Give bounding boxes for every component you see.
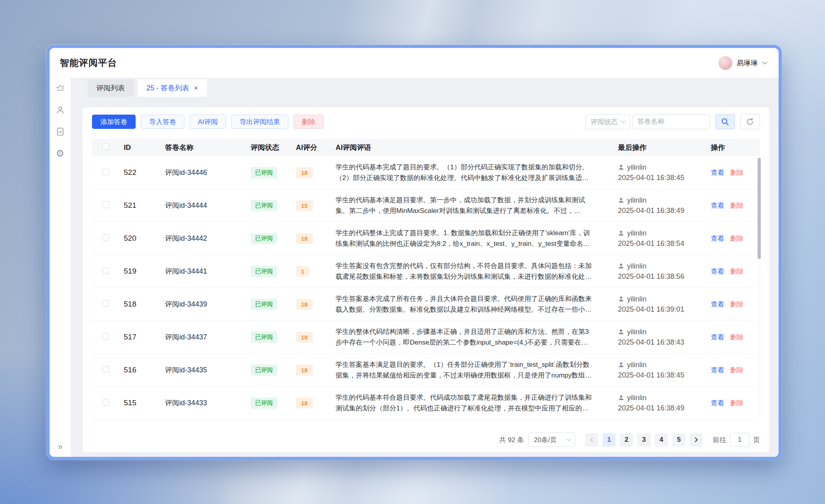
row-checkbox[interactable]	[102, 399, 109, 406]
row-last-operation: yilinlin 2025-04-01 16:38:49	[608, 196, 701, 215]
ai-review-button[interactable]: AI评阅	[190, 115, 226, 129]
row-name: 评阅id-34437	[155, 332, 241, 342]
gear-icon[interactable]: ⚙	[55, 148, 65, 159]
row-name: 评阅id-34442	[155, 234, 241, 243]
score-badge: 18	[296, 167, 313, 178]
row-comment: 学生的代码基本满足题目要求。第一步中，成功加载了数据，并划分成训练集和测试集。第…	[326, 195, 608, 216]
row-checkbox[interactable]	[102, 169, 109, 175]
tab-review-list[interactable]: 评阅列表	[88, 79, 134, 97]
chevron-right-icon	[695, 437, 698, 443]
status-badge: 已评阅	[251, 200, 277, 211]
row-checkbox[interactable]	[102, 300, 109, 307]
col-last-op: 最后操作	[608, 143, 701, 152]
col-id: ID	[114, 144, 155, 152]
status-badge: 已评阅	[251, 233, 277, 244]
view-link[interactable]: 查看	[711, 234, 724, 243]
operator-name: yilinlin	[627, 394, 647, 402]
content-area: 评阅列表 25 - 答卷列表 × 添加答卷 导入答卷 AI评阅 导出评阅结果 删…	[71, 78, 779, 457]
row-checkbox[interactable]	[102, 333, 109, 340]
table-row: 518 评阅id-34439 已评阅 18 学生答案基本完成了所有任务，并且大体…	[92, 288, 760, 321]
main-panel: 添加答卷 导入答卷 AI评阅 导出评阅结果 删除 评阅状态	[82, 107, 769, 452]
operation-time: 2025-04-01 16:38:43	[618, 338, 701, 347]
app-title: 智能评阅平台	[60, 57, 117, 69]
score-badge: 1	[296, 266, 309, 277]
prev-page-button[interactable]	[585, 433, 598, 447]
export-result-button[interactable]: 导出评阅结果	[231, 115, 288, 129]
operator-icon	[618, 395, 624, 401]
checklist-icon[interactable]	[55, 83, 65, 93]
user-icon[interactable]	[55, 105, 65, 115]
table-body: 522 评阅id-34446 已评阅 18 学生的代码基本完成了题目的要求。（1…	[92, 156, 760, 420]
goto-page-input[interactable]	[730, 433, 750, 447]
next-page-button[interactable]	[690, 433, 703, 447]
page-size-select[interactable]: 20条/页	[528, 433, 575, 447]
status-badge: 已评阅	[251, 299, 277, 310]
delete-link[interactable]: 删除	[730, 333, 744, 342]
close-icon[interactable]: ×	[194, 84, 198, 92]
user-menu[interactable]: 易琳琳	[718, 56, 767, 70]
row-comment: 学生答案基本满足题目的要求。（1）任务部分正确使用了`train_test_sp…	[326, 359, 608, 381]
view-link[interactable]: 查看	[711, 300, 724, 309]
view-link[interactable]: 查看	[711, 333, 724, 342]
chevron-down-icon	[621, 120, 626, 123]
search-icon	[721, 117, 729, 126]
score-badge: 18	[296, 332, 313, 343]
vertical-scrollbar[interactable]	[758, 157, 761, 419]
delete-link[interactable]: 删除	[730, 267, 744, 276]
row-checkbox[interactable]	[102, 201, 109, 208]
view-link[interactable]: 查看	[711, 399, 724, 408]
sidebar-expand-icon[interactable]: »	[50, 442, 71, 452]
col-status: 评阅状态	[241, 143, 286, 152]
select-all-checkbox[interactable]	[102, 143, 109, 150]
tab-answer-list[interactable]: 25 - 答卷列表 ×	[138, 79, 207, 97]
row-checkbox[interactable]	[102, 267, 109, 274]
page-button-2[interactable]: 2	[620, 433, 633, 447]
row-checkbox[interactable]	[102, 366, 109, 373]
row-name: 评阅id-34433	[155, 398, 241, 408]
operation-time: 2025-04-01 16:39:01	[618, 305, 701, 314]
delete-button[interactable]: 删除	[294, 115, 324, 129]
row-checkbox[interactable]	[102, 234, 109, 241]
operator-name: yilinlin	[627, 163, 647, 172]
col-comment: AI评阅评语	[326, 143, 608, 152]
score-badge: 18	[296, 365, 313, 376]
import-answer-button[interactable]: 导入答卷	[141, 115, 184, 129]
operation-time: 2025-04-01 16:38:49	[618, 404, 701, 412]
delete-link[interactable]: 删除	[730, 234, 744, 243]
avatar[interactable]	[718, 56, 733, 70]
document-check-icon[interactable]	[55, 126, 65, 137]
delete-link[interactable]: 删除	[730, 201, 744, 210]
row-last-operation: yilinlin 2025-04-01 16:39:01	[608, 295, 701, 314]
view-link[interactable]: 查看	[711, 366, 724, 375]
operator-icon	[618, 197, 624, 203]
delete-link[interactable]: 删除	[730, 399, 744, 408]
status-select[interactable]: 评阅状态	[585, 114, 630, 129]
page-button-5[interactable]: 5	[672, 433, 685, 447]
operation-time: 2025-04-01 16:38:49	[618, 207, 701, 215]
status-badge: 已评阅	[251, 364, 277, 376]
operator-name: yilinlin	[627, 262, 647, 270]
operator-icon	[618, 362, 624, 368]
table-row: 522 评阅id-34446 已评阅 18 学生的代码基本完成了题目的要求。（1…	[92, 156, 760, 189]
table-row: 517 评阅id-34437 已评阅 18 学生的整体代码结构清晰，步骤基本正确…	[92, 321, 760, 354]
page-button-4[interactable]: 4	[655, 433, 668, 447]
delete-link[interactable]: 删除	[730, 366, 744, 375]
score-badge: 18	[296, 398, 313, 408]
answer-name-input[interactable]	[632, 114, 710, 129]
view-link[interactable]: 查看	[711, 267, 724, 276]
page-button-1[interactable]: 1	[602, 433, 616, 447]
delete-link[interactable]: 删除	[730, 168, 744, 177]
delete-link[interactable]: 删除	[730, 300, 744, 309]
search-button[interactable]	[715, 114, 735, 129]
page-button-3[interactable]: 3	[637, 433, 650, 447]
view-link[interactable]: 查看	[711, 168, 724, 177]
row-id: 521	[114, 201, 155, 210]
tab-label: 25 - 答卷列表	[146, 83, 189, 93]
user-name: 易琳琳	[737, 58, 758, 68]
scrollbar-thumb[interactable]	[758, 158, 761, 259]
tab-bar: 评阅列表 25 - 答卷列表 ×	[88, 79, 769, 97]
refresh-button[interactable]	[740, 114, 760, 129]
view-link[interactable]: 查看	[711, 201, 724, 210]
goto-unit: 页	[753, 435, 760, 445]
add-answer-button[interactable]: 添加答卷	[92, 115, 136, 129]
